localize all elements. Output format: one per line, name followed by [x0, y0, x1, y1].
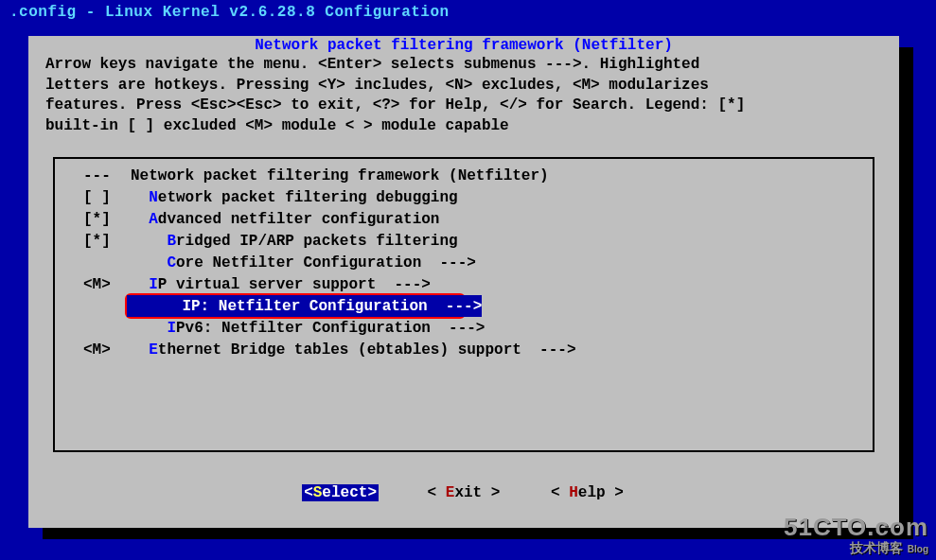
menu-mark: [*]	[83, 233, 131, 250]
menu-item[interactable]: <M> IP virtual server support --->	[55, 273, 873, 295]
menu-mark: <M>	[83, 276, 131, 293]
selection-highlight: IP: Netfilter Configuration --->	[125, 293, 466, 319]
menu-item[interactable]: <M> Ethernet Bridge tables (ebtables) su…	[55, 339, 873, 360]
menu-label: Core Netfilter Configuration --->	[131, 254, 476, 271]
menu-label: Network packet filtering framework (Netf…	[131, 167, 549, 184]
button-bar: <Select> < Exit > < Help >	[30, 484, 897, 501]
help-line: Arrow keys navigate the menu. <Enter> se…	[45, 55, 882, 76]
menu-item-selected[interactable]: IP: Netfilter Configuration --->	[55, 295, 873, 317]
menu-label: Advanced netfilter configuration	[131, 211, 439, 228]
menu-mark: [*]	[83, 211, 131, 228]
dialog-title: Network packet filtering framework (Netf…	[249, 37, 679, 54]
menu-item[interactable]: [*] Advanced netfilter configuration	[55, 208, 873, 230]
menu-mark: ---	[83, 167, 131, 184]
menu-label: IP virtual server support --->	[131, 276, 431, 293]
menu-item[interactable]: Core Netfilter Configuration --->	[55, 252, 873, 273]
menu-label: IPv6: Netfilter Configuration --->	[131, 320, 485, 337]
menu-item[interactable]: [ ] Network packet filtering debugging	[55, 186, 873, 208]
help-line: features. Press <Esc><Esc> to exit, <?> …	[45, 96, 882, 116]
menu-list[interactable]: --- Network packet filtering framework (…	[53, 157, 874, 452]
menu-mark: <M>	[83, 341, 131, 359]
menu-label: Ethernet Bridge tables (ebtables) suppor…	[131, 341, 575, 359]
help-line: built-in [ ] excluded <M> module < > mod…	[45, 116, 882, 137]
menu-item[interactable]: --- Network packet filtering framework (…	[55, 165, 873, 186]
exit-button[interactable]: < Exit >	[426, 484, 503, 501]
menu-item[interactable]: IPv6: Netfilter Configuration --->	[55, 317, 873, 339]
menu-mark: [ ]	[83, 189, 131, 206]
watermark-blog: Blog	[908, 544, 928, 554]
window-title: .config - Linux Kernel v2.6.28.8 Configu…	[0, 0, 936, 25]
menuconfig-dialog: Network packet filtering framework (Netf…	[28, 36, 899, 528]
help-button[interactable]: < Help >	[549, 484, 626, 501]
menu-label: Network packet filtering debugging	[131, 189, 458, 206]
menu-label: IP: Netfilter Configuration --->	[127, 295, 482, 317]
menu-label: Bridged IP/ARP packets filtering	[131, 233, 458, 250]
watermark-text: 技术博客	[850, 540, 903, 555]
select-button[interactable]: <Select>	[302, 484, 379, 501]
help-line: letters are hotkeys. Pressing <Y> includ…	[45, 76, 882, 96]
menu-item[interactable]: [*] Bridged IP/ARP packets filtering	[55, 230, 873, 252]
